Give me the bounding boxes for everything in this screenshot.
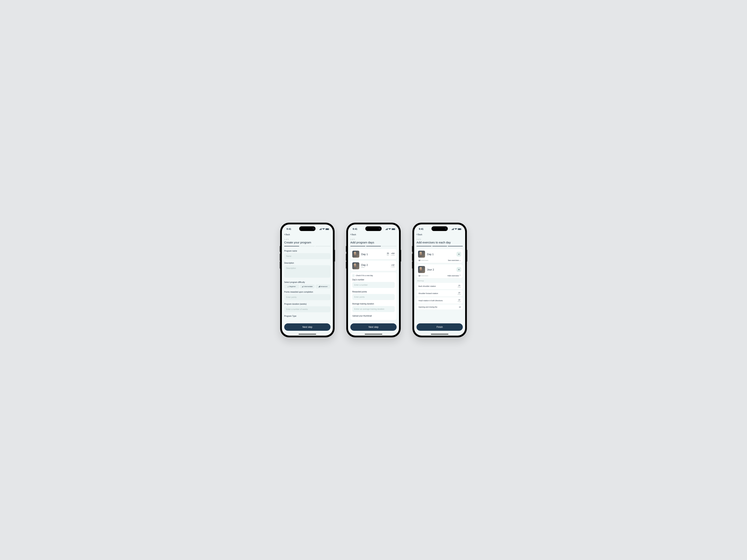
duration-label: Program duration (weeks) [284, 303, 331, 305]
day-title: Day 2 [361, 264, 389, 266]
home-indicator[interactable] [365, 334, 382, 335]
dynamic-island [299, 226, 315, 231]
rewarded-points-input[interactable] [352, 294, 395, 300]
battery-icon [458, 228, 461, 230]
back-label: Back [352, 234, 356, 236]
progress-bar [416, 246, 463, 246]
status-time: 9:41 [287, 228, 291, 231]
avg-duration-input[interactable] [352, 306, 395, 312]
difficulty-beginner[interactable]: Beginner [284, 285, 299, 289]
status-time: 9:41 [353, 228, 357, 231]
day-subtitle: Rest [361, 266, 389, 268]
back-label: Back [286, 234, 290, 236]
exercise-section-header: Warmup [417, 280, 462, 282]
step-indicator: 1 of 3 [284, 238, 331, 240]
day-block-2: Jour 2 + 12 exercises Hide exercises ⌃ W… [416, 264, 463, 310]
chevron-left-icon [284, 233, 285, 236]
wifi-icon [455, 228, 457, 230]
cellular-icon [319, 228, 321, 230]
upload-label: Upload your thumbnail [352, 315, 395, 317]
chevron-left-icon [350, 233, 351, 236]
program-type-label: Program Type [284, 315, 331, 317]
finish-button[interactable]: Finish [416, 323, 463, 331]
wifi-icon [323, 228, 325, 230]
dynamic-island [365, 226, 382, 231]
difficulty-label: Select program difficulty [284, 281, 331, 283]
exercise-row[interactable]: Head rotation in both directions 10Reps [416, 297, 463, 304]
day-form: Check if it's a rest day. Day's number R… [350, 272, 397, 320]
cellular-icon [386, 228, 388, 230]
day-thumbnail [352, 262, 359, 269]
cellular-icon [452, 228, 454, 230]
page-title: Add program days [350, 241, 397, 244]
day-number-label: Day's number [352, 278, 395, 281]
next-step-button[interactable]: Next step [350, 323, 397, 331]
points-input[interactable] [284, 294, 331, 300]
rewarded-points-label: Rewarded points [352, 291, 395, 293]
day-thumbnail [418, 266, 425, 273]
dynamic-island [432, 226, 448, 231]
chevron-down-icon: ⌄ [459, 259, 461, 261]
day-title: Jour 2 [427, 268, 455, 271]
bars-icon [288, 286, 289, 287]
day-number-input[interactable] [352, 282, 395, 288]
program-name-label: Program name [284, 250, 331, 252]
status-time: 9:41 [419, 228, 423, 231]
difficulty-intermediate[interactable]: Intermediate [300, 285, 315, 289]
progress-bar [350, 246, 397, 246]
page-title: Add exercises to each day [416, 241, 463, 244]
battery-icon [392, 228, 395, 230]
description-input[interactable] [284, 265, 331, 278]
next-step-button[interactable]: Next step [284, 323, 331, 331]
progress-bar [284, 246, 331, 246]
day-title: Day 1 [361, 253, 385, 256]
rest-day-checkbox[interactable] [352, 274, 355, 277]
step-indicator: 3 of 3 [416, 238, 463, 240]
chevron-left-icon [416, 233, 417, 236]
hide-exercises-link[interactable]: Hide exercises ⌃ [447, 274, 461, 277]
day-title: Day 1 [427, 253, 455, 256]
rest-day-label: Check if it's a rest day. [356, 274, 373, 276]
bars-icon [319, 286, 320, 287]
day-thumbnail [352, 251, 359, 258]
exercise-row[interactable]: Back shoulder rotation 10Reps [416, 283, 463, 289]
exercise-count: 12 exercises [418, 275, 428, 277]
chevron-up-icon: ⌃ [459, 274, 461, 277]
duration-input[interactable] [284, 306, 331, 312]
phone-mockup-1: 9:41 Back 1 of 3 Create your program Pro… [280, 223, 335, 337]
bars-icon [302, 286, 304, 287]
see-exercises-link[interactable]: See exercises ⌄ [448, 259, 461, 261]
wifi-icon [388, 228, 391, 230]
home-indicator[interactable] [299, 334, 316, 335]
description-label: Description [284, 262, 331, 264]
exercise-row[interactable]: Shoulder forward rotation 10Reps [416, 290, 463, 296]
step-indicator: 2 of 3 [350, 238, 397, 240]
back-button[interactable]: Back [350, 233, 356, 236]
back-button[interactable]: Back [284, 233, 290, 236]
exercise-count: 12 exercises [418, 259, 428, 261]
add-exercise-button[interactable]: + [457, 267, 461, 272]
exercise-row[interactable]: Opening and closing the 10 [416, 304, 463, 310]
battery-icon [326, 228, 329, 230]
day-thumbnail [418, 251, 425, 258]
day-card-1[interactable]: Day 1 35 Min +64 Points [350, 249, 397, 259]
program-name-input[interactable] [284, 253, 331, 259]
points-label: Points rewarded upon completion [284, 291, 331, 293]
back-button[interactable]: Back [416, 233, 422, 236]
avg-duration-label: Average training duration [352, 303, 395, 305]
phone-mockup-2: 9:41 Back 2 of 3 Add program days [346, 223, 401, 337]
page-title: Create your program [284, 241, 331, 244]
day-block-1: Day 1 + 12 exercises See exercises ⌄ [416, 249, 463, 263]
difficulty-advanced[interactable]: Advanced [315, 285, 331, 289]
home-indicator[interactable] [431, 334, 448, 335]
day-card-2[interactable]: Day 2 Rest +32 Points [350, 261, 397, 271]
back-label: Back [418, 234, 422, 236]
phone-mockup-3: 9:41 Back 3 of 3 Add exercises to each d… [412, 223, 467, 337]
add-exercise-button[interactable]: + [457, 252, 461, 257]
